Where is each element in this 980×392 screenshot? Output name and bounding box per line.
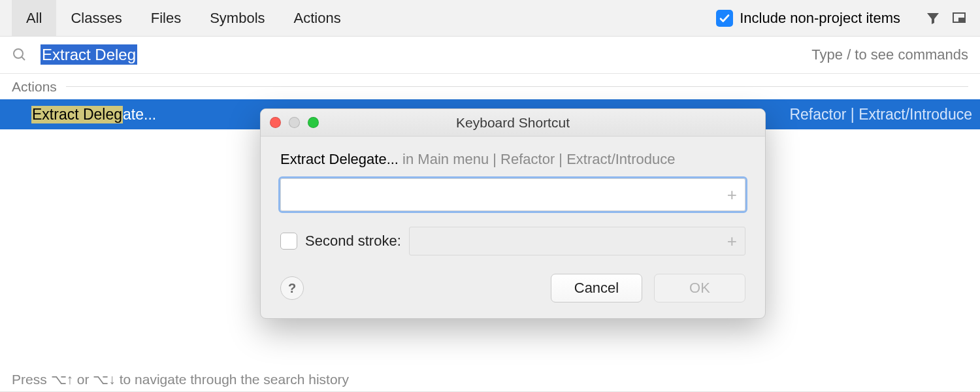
dialog-titlebar[interactable]: Keyboard Shortcut	[261, 109, 765, 137]
search-hint: Type / to see commands	[811, 46, 968, 63]
pin-window-icon[interactable]	[950, 9, 968, 27]
filter-icon[interactable]	[924, 9, 942, 27]
checkbox-checked-icon	[716, 10, 733, 27]
cancel-button[interactable]: Cancel	[551, 274, 642, 302]
result-path: Refactor | Extract/Introduce	[789, 106, 972, 123]
dialog-action-line: Extract Delegate... in Main menu | Refac…	[280, 151, 745, 168]
search-row: Extract Deleg Type / to see commands	[0, 37, 980, 73]
section-title: Actions	[12, 79, 57, 95]
search-input[interactable]: Extract Deleg	[41, 46, 137, 64]
divider	[66, 86, 968, 87]
tab-classes[interactable]: Classes	[56, 0, 136, 36]
first-stroke-input[interactable]: +	[280, 178, 745, 211]
ok-button: OK	[654, 274, 745, 302]
result-match-highlight: Extract Deleg	[31, 106, 123, 123]
search-query-text: Extract Deleg	[41, 44, 137, 65]
tab-symbols[interactable]: Symbols	[195, 0, 279, 36]
tab-all[interactable]: All	[12, 0, 56, 36]
include-non-project-label: Include non-project items	[740, 10, 900, 27]
svg-line-3	[22, 57, 25, 60]
include-non-project-toggle[interactable]: Include non-project items	[716, 10, 900, 27]
keyboard-shortcut-dialog: Keyboard Shortcut Extract Delegate... in…	[260, 108, 766, 319]
second-stroke-input: +	[409, 227, 745, 255]
tab-files[interactable]: Files	[137, 0, 195, 36]
section-header-actions: Actions	[0, 73, 980, 99]
dialog-title: Keyboard Shortcut	[261, 115, 765, 131]
svg-rect-1	[959, 18, 965, 22]
footer-hint: Press ⌥↑ or ⌥↓ to navigate through the s…	[12, 372, 349, 387]
second-stroke-checkbox[interactable]	[280, 233, 297, 250]
search-tabs: All Classes Files Symbols Actions Includ…	[0, 0, 980, 37]
result-match-rest: ate...	[123, 106, 156, 123]
plus-icon[interactable]: +	[727, 185, 737, 205]
help-button[interactable]: ?	[280, 276, 304, 300]
svg-point-2	[14, 49, 23, 58]
second-stroke-label: Second stroke:	[305, 233, 401, 250]
tab-actions[interactable]: Actions	[280, 0, 355, 36]
plus-icon: +	[727, 231, 737, 252]
search-icon	[12, 47, 30, 63]
dialog-action-context: in Main menu | Refactor | Extract/Introd…	[399, 151, 676, 167]
dialog-action-name: Extract Delegate...	[280, 151, 399, 167]
